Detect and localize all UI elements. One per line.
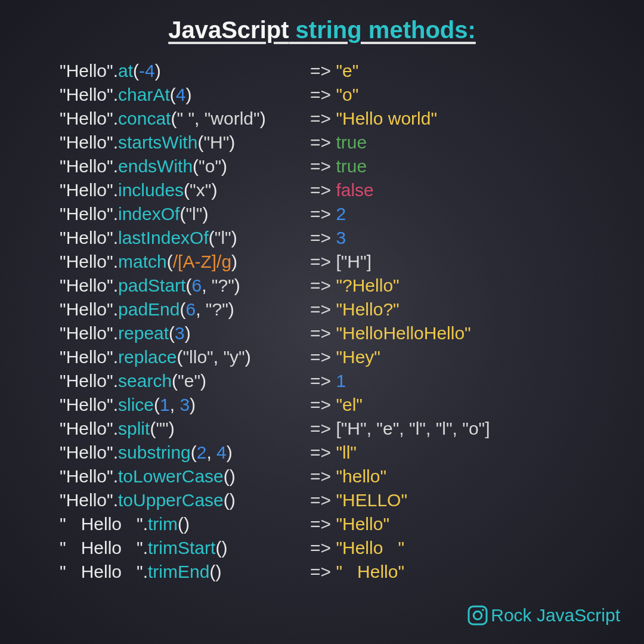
paren-close: ) bbox=[185, 85, 191, 104]
result: ["H"] bbox=[336, 250, 371, 274]
arg: " " bbox=[177, 109, 194, 128]
paren-open: ( bbox=[215, 538, 221, 558]
result: "HelloHelloHello" bbox=[336, 321, 470, 345]
paren-open: ( bbox=[209, 228, 215, 247]
base-string: "Hello" bbox=[60, 442, 113, 462]
dot: . bbox=[113, 299, 118, 319]
method-name: slice bbox=[118, 395, 154, 414]
result: "HELLO" bbox=[336, 488, 407, 512]
paren-close: ) bbox=[185, 323, 191, 343]
arg: 6 bbox=[191, 275, 202, 295]
method-name: toLowerCase bbox=[118, 466, 224, 486]
paren-close: ) bbox=[231, 228, 237, 247]
base-string: "Hello" bbox=[60, 85, 113, 104]
code-lhs: "Hello".charAt(4) bbox=[60, 83, 310, 107]
paren-open: ( bbox=[193, 156, 199, 176]
paren-open: ( bbox=[171, 109, 177, 128]
arg: 3 bbox=[179, 395, 190, 414]
result: "e" bbox=[336, 59, 358, 83]
result: "Hello world" bbox=[336, 107, 437, 131]
result: 3 bbox=[336, 226, 346, 250]
code-lhs: "Hello".lastIndexOf("l") bbox=[60, 226, 310, 250]
arg: "H" bbox=[203, 132, 229, 152]
comma: , bbox=[194, 109, 205, 128]
paren-open: ( bbox=[191, 442, 197, 462]
method-name: repeat bbox=[118, 323, 169, 343]
page-title: JavaScript string methods: bbox=[0, 0, 644, 44]
paren-close: ) bbox=[230, 490, 236, 510]
code-row: "Hello".toUpperCase()=> "HELLO" bbox=[60, 488, 644, 512]
paren-close: ) bbox=[155, 61, 161, 80]
paren-close: ) bbox=[228, 299, 234, 319]
svg-rect-0 bbox=[469, 606, 487, 624]
base-string: "Hello" bbox=[60, 395, 113, 414]
dot: . bbox=[113, 61, 118, 80]
method-name: trimEnd bbox=[148, 562, 209, 581]
code-row: "Hello".indexOf("l")=> 2 bbox=[60, 202, 644, 226]
code-lhs: "Hello".at(-4) bbox=[60, 59, 310, 83]
svg-point-2 bbox=[482, 609, 484, 611]
dot: . bbox=[143, 562, 148, 581]
arrow: => bbox=[310, 512, 336, 536]
paren-close: ) bbox=[221, 538, 227, 558]
result: "el" bbox=[336, 393, 363, 417]
result: "Hello?" bbox=[336, 298, 399, 321]
dot: . bbox=[113, 109, 118, 128]
paren-close: ) bbox=[234, 275, 240, 295]
code-lhs: "Hello".split("") bbox=[60, 417, 310, 441]
arrow: => bbox=[310, 488, 336, 512]
paren-open: ( bbox=[178, 514, 184, 534]
method-name: substring bbox=[118, 442, 191, 462]
title-teal: string methods: bbox=[289, 17, 476, 43]
dot: . bbox=[113, 85, 118, 104]
paren-close: ) bbox=[260, 109, 266, 128]
dot: . bbox=[113, 228, 118, 247]
paren-close: ) bbox=[169, 419, 175, 438]
dot: . bbox=[113, 132, 118, 152]
arg: 6 bbox=[185, 299, 196, 319]
arg: "?" bbox=[212, 275, 234, 295]
code-row: "Hello".padStart(6, "?")=> "?Hello" bbox=[60, 274, 644, 298]
method-name: lastIndexOf bbox=[118, 228, 209, 247]
paren-open: ( bbox=[224, 490, 230, 510]
paren-open: ( bbox=[167, 252, 173, 271]
code-row: "Hello".replace("llo", "y")=> "Hey" bbox=[60, 345, 644, 369]
method-name: indexOf bbox=[118, 204, 179, 224]
paren-close: ) bbox=[221, 156, 227, 176]
arrow: => bbox=[310, 274, 336, 298]
method-name: at bbox=[118, 61, 133, 80]
code-row: "Hello".search("e")=> 1 bbox=[60, 369, 644, 393]
code-lhs: "Hello".padStart(6, "?") bbox=[60, 274, 310, 298]
dot: . bbox=[113, 490, 118, 510]
code-row: "Hello".startsWith("H")=> true bbox=[60, 131, 644, 154]
code-row: " Hello ".trim()=> "Hello" bbox=[60, 512, 644, 536]
comma: , bbox=[202, 275, 212, 295]
base-string: "Hello" bbox=[60, 466, 113, 486]
paren-close: ) bbox=[211, 180, 217, 200]
paren-open: ( bbox=[154, 395, 160, 414]
code-row: "Hello".match(/[A-Z]/g)=> ["H"] bbox=[60, 250, 644, 274]
code-row: "Hello".at(-4)=> "e" bbox=[60, 59, 644, 83]
arg: "x" bbox=[190, 180, 211, 200]
arrow: => bbox=[310, 465, 336, 488]
base-string: "Hello" bbox=[60, 204, 113, 224]
base-string: "Hello" bbox=[60, 275, 113, 295]
result: " Hello" bbox=[336, 560, 404, 584]
arg: "world" bbox=[205, 109, 260, 128]
result: true bbox=[336, 131, 367, 154]
comma: , bbox=[213, 347, 224, 367]
arrow: => bbox=[310, 131, 336, 154]
svg-point-1 bbox=[474, 611, 482, 620]
paren-open: ( bbox=[172, 371, 178, 391]
comma: , bbox=[170, 395, 180, 414]
code-row: "Hello".padEnd(6, "?")=> "Hello?" bbox=[60, 298, 644, 321]
method-name: includes bbox=[118, 180, 184, 200]
base-string: "Hello" bbox=[60, 228, 113, 247]
arrow: => bbox=[310, 560, 336, 584]
dot: . bbox=[113, 442, 118, 462]
code-lhs: "Hello".search("e") bbox=[60, 369, 310, 393]
paren-open: ( bbox=[197, 132, 203, 152]
arrow: => bbox=[310, 154, 336, 178]
arrow: => bbox=[310, 59, 336, 83]
code-row: "Hello".slice(1, 3)=> "el" bbox=[60, 393, 644, 417]
